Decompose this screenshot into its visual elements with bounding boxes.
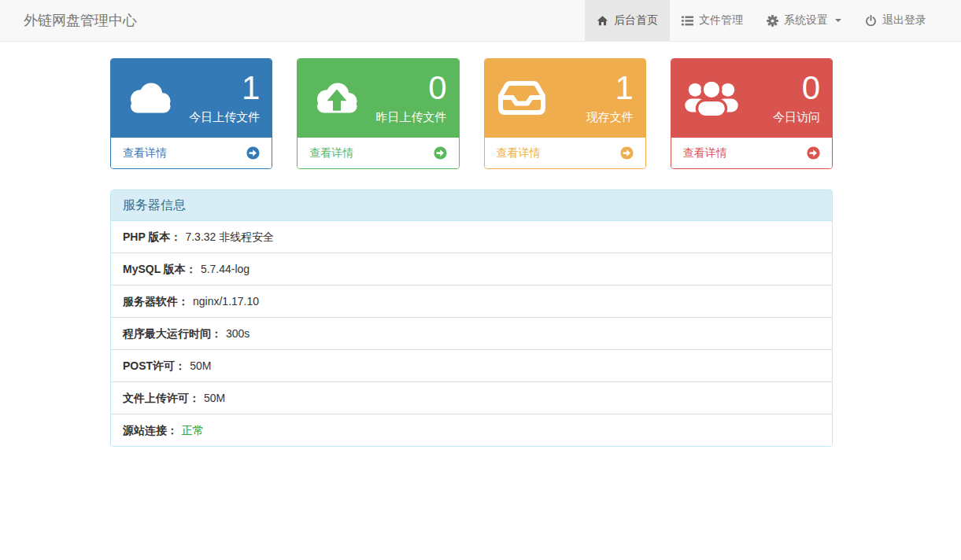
nav-item-home[interactable]: 后台首页	[585, 0, 670, 41]
view-details-link[interactable]: 查看详情	[485, 137, 645, 168]
server-info-row-post-limit: POST许可：50M	[111, 349, 832, 381]
stat-card-yesterday-uploads: 0 昨日上传文件 查看详情	[297, 58, 459, 169]
power-icon	[865, 15, 877, 27]
view-details-text: 查看详情	[497, 146, 541, 160]
server-info-row-mysql: MySQL 版本：5.7.44-log	[111, 252, 832, 285]
view-details-link[interactable]: 查看详情	[298, 137, 458, 168]
brand-title[interactable]: 外链网盘管理中心	[24, 0, 137, 41]
server-info-body: PHP 版本：7.3.32 非线程安全 MySQL 版本：5.7.44-log …	[111, 221, 832, 446]
info-label: 文件上传许可：	[123, 392, 200, 404]
stat-card-today-visits: 0 今日访问 查看详情	[671, 58, 833, 169]
stat-card-existing-files: 1 现存文件 查看详情	[484, 58, 646, 169]
info-value: 50M	[204, 392, 225, 404]
server-info-row-upload-limit: 文件上传许可：50M	[111, 381, 832, 414]
nav-item-logout[interactable]: 退出登录	[853, 0, 938, 41]
chevron-down-icon	[835, 19, 841, 22]
server-info-panel: 服务器信息 PHP 版本：7.3.32 非线程安全 MySQL 版本：5.7.4…	[110, 190, 833, 447]
stat-card-heading: 0 昨日上传文件	[298, 59, 458, 137]
arrow-circle-right-icon	[246, 146, 260, 160]
info-label: 服务器软件：	[123, 295, 189, 308]
server-info-row-max-exec: 程序最大运行时间：300s	[111, 317, 832, 349]
view-details-link[interactable]: 查看详情	[111, 137, 272, 168]
info-value: 7.3.32 非线程安全	[185, 230, 274, 243]
status-ok-value: 正常	[182, 424, 204, 437]
stat-label: 现存文件	[586, 110, 634, 125]
view-details-text: 查看详情	[309, 146, 353, 160]
server-info-row-php: PHP 版本：7.3.32 非线程安全	[111, 221, 832, 252]
nav-item-settings[interactable]: 系统设置	[755, 0, 853, 41]
info-value: 300s	[226, 327, 249, 340]
list-icon	[682, 15, 693, 27]
main-content: 1 今日上传文件 查看详情	[110, 42, 833, 447]
server-info-row-origin-status: 源站连接：正常	[111, 414, 832, 446]
stat-value: 0	[773, 71, 820, 105]
stat-label: 今日访问	[773, 110, 820, 125]
arrow-circle-right-icon	[620, 146, 634, 160]
stat-card-heading: 1 现存文件	[485, 59, 645, 137]
info-label: 程序最大运行时间：	[123, 327, 222, 340]
stat-label: 昨日上传文件	[376, 110, 447, 125]
cloud-upload-icon	[309, 79, 364, 118]
info-label: MySQL 版本：	[123, 263, 197, 275]
cloud-icon	[123, 79, 178, 118]
stat-value: 1	[189, 71, 260, 105]
top-navbar: 外链网盘管理中心 后台首页 文件管理	[0, 0, 961, 42]
gear-icon	[767, 15, 778, 27]
info-label: POST许可：	[123, 359, 186, 372]
home-icon	[597, 15, 608, 27]
info-label: PHP 版本：	[123, 230, 181, 243]
stat-value: 0	[376, 71, 447, 105]
server-info-row-software: 服务器软件：nginx/1.17.10	[111, 285, 832, 317]
info-value: nginx/1.17.10	[193, 295, 259, 308]
stat-label: 今日上传文件	[189, 110, 260, 125]
inbox-icon	[497, 76, 547, 120]
nav-item-label: 系统设置	[784, 13, 828, 28]
view-details-text: 查看详情	[123, 146, 167, 160]
stat-card-heading: 1 今日上传文件	[111, 59, 272, 137]
nav-item-label: 退出登录	[882, 13, 926, 28]
nav-item-label: 文件管理	[699, 13, 743, 28]
nav-item-files[interactable]: 文件管理	[670, 0, 755, 41]
view-details-link[interactable]: 查看详情	[671, 137, 832, 168]
nav-item-label: 后台首页	[614, 13, 658, 28]
navbar-menu: 后台首页 文件管理	[585, 0, 938, 41]
arrow-circle-right-icon	[434, 146, 447, 160]
stat-card-heading: 0 今日访问	[671, 59, 832, 137]
info-value: 50M	[190, 359, 211, 372]
users-icon	[683, 78, 740, 119]
stat-cards-row: 1 今日上传文件 查看详情	[110, 58, 833, 169]
stat-value: 1	[586, 71, 634, 105]
server-info-panel-title: 服务器信息	[111, 190, 832, 221]
view-details-text: 查看详情	[683, 146, 727, 160]
info-value: 5.7.44-log	[201, 263, 249, 275]
info-label: 源站连接：	[123, 424, 178, 437]
stat-card-today-uploads: 1 今日上传文件 查看详情	[110, 58, 272, 169]
arrow-circle-right-icon	[807, 146, 820, 160]
